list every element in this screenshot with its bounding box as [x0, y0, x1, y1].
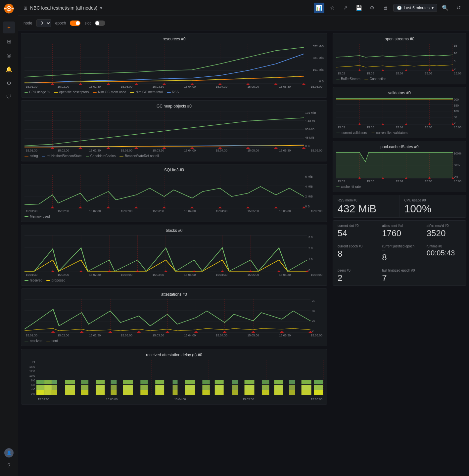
svg-marker-24	[162, 83, 166, 85]
pool-cached-title: pool.cachedStates #0	[336, 145, 463, 149]
time-range-picker[interactable]: 🕐 Last 5 minutes ▾	[393, 4, 437, 12]
svg-rect-126	[65, 380, 75, 384]
svg-rect-159	[245, 385, 255, 390]
svg-rect-140	[274, 380, 283, 384]
epoch-filter-label: epoch	[55, 21, 66, 25]
svg-rect-152	[140, 385, 148, 390]
cache-hit-dot	[336, 187, 340, 187]
refresh-icon[interactable]: ↺	[453, 3, 464, 13]
svg-rect-128	[96, 380, 105, 384]
share-icon[interactable]: ↗	[340, 3, 351, 13]
cpu-val: 100%	[404, 203, 462, 214]
cpu-label: CPU usage #0	[404, 198, 462, 202]
svg-rect-148	[81, 385, 88, 390]
svg-rect-165	[36, 390, 44, 395]
topbar: ⊞ NBC local testnet/sim (all nodes) ▾ 📊 …	[18, 0, 469, 16]
peers-card2: peers #0 2	[333, 265, 377, 285]
legend-bufferstream: BufferStream	[336, 77, 360, 81]
sidebar-item-security[interactable]: 🛡	[3, 91, 15, 103]
att-delay-title: received attestation delay (s) #0	[24, 353, 324, 357]
sqlite3-x-labels: 15:01:3015:02:0015:02:3015:03:0015:03:30…	[24, 209, 324, 213]
dashboard-view-icon[interactable]: 📊	[314, 3, 324, 13]
svg-rect-142	[302, 380, 311, 384]
node-filter-select[interactable]: 0	[36, 19, 51, 27]
candidate-dot	[86, 156, 89, 156]
open-streams-panel: open streams #0	[333, 33, 466, 84]
svg-rect-179	[232, 390, 238, 395]
string-dot	[24, 156, 28, 156]
svg-marker-28	[274, 83, 278, 85]
svg-marker-114	[80, 331, 84, 333]
zoom-out-icon[interactable]: 🔍	[440, 3, 450, 13]
svg-rect-133	[173, 380, 178, 384]
svg-marker-51	[246, 147, 250, 149]
rss-mem-card: RSS mem #0 432 MiB	[333, 195, 399, 217]
content-area: resources #0	[18, 30, 469, 476]
svg-rect-146	[52, 385, 57, 390]
main-content: ⊞ NBC local testnet/sim (all nodes) ▾ 📊 …	[18, 0, 469, 476]
je-card2: current justified epoch ... 8	[377, 241, 421, 265]
svg-rect-127	[81, 380, 88, 384]
topbar-title: ⊞ NBC local testnet/sim (all nodes) ▾	[23, 5, 314, 11]
time-range-label: Last 5 minutes	[404, 6, 430, 10]
gc-heap-legend: string ref HashedBeaconState CandidateCh…	[24, 154, 324, 158]
legend-beacon-state: BeaconStateRef not nil	[119, 154, 159, 158]
sqlite3-title: SQLite3 #0	[24, 168, 324, 172]
svg-rect-137	[232, 380, 238, 384]
svg-marker-91	[79, 270, 83, 272]
legend-rss: RSS	[167, 90, 179, 94]
svg-rect-134	[185, 380, 195, 384]
epoch-toggle[interactable]	[70, 21, 80, 26]
svg-marker-119	[223, 331, 227, 333]
svg-marker-21	[78, 83, 82, 85]
svg-marker-215	[358, 123, 361, 125]
attestations-legend: received sent	[24, 339, 324, 343]
svg-marker-98	[277, 270, 281, 272]
svg-rect-185	[314, 390, 323, 395]
dropdown-chevron-icon[interactable]: ▾	[100, 5, 102, 11]
att-sent-dot	[46, 341, 50, 341]
svg-marker-201	[382, 69, 384, 71]
svg-marker-49	[190, 147, 194, 149]
proposed-dot	[46, 280, 50, 281]
validators-title: validators #0	[336, 91, 463, 95]
svg-rect-151	[123, 385, 133, 390]
node-filter-label: node	[23, 21, 32, 25]
rt-card2: runtime #0 00:05:43	[422, 241, 466, 265]
save-icon[interactable]: 💾	[353, 3, 364, 13]
open-streams-svg	[336, 44, 453, 70]
grafana-logo-icon[interactable]	[4, 3, 14, 14]
svg-marker-74	[246, 206, 250, 208]
tv-icon[interactable]: 🖥	[380, 3, 391, 13]
right-panels: open streams #0	[330, 30, 469, 476]
svg-rect-168	[65, 390, 75, 395]
cs-card2: current slot #0 54	[333, 221, 377, 241]
legend-gc-used: Nim GC mem used	[93, 90, 126, 94]
sqlite3-svg	[24, 175, 304, 208]
svg-rect-184	[302, 390, 311, 395]
legend-ref-hashed: ref HashedBeaconState	[42, 154, 81, 158]
svg-marker-73	[218, 206, 222, 208]
sidebar-item-settings[interactable]: ⚙	[3, 77, 15, 89]
blocks-x-labels: 15:01:3015:02:0015:02:3015:03:0015:03:30…	[24, 273, 324, 277]
avatar[interactable]: 👤	[4, 448, 14, 457]
svg-rect-173	[140, 390, 148, 395]
star-icon[interactable]: ☆	[327, 3, 338, 13]
help-icon[interactable]: ?	[3, 460, 15, 472]
slot-toggle[interactable]	[95, 21, 105, 26]
sidebar-item-alerts[interactable]: 🔔	[3, 63, 15, 75]
svg-marker-67	[51, 206, 55, 208]
svg-rect-176	[185, 390, 195, 395]
svg-point-2	[8, 8, 10, 10]
sidebar-item-dashboards[interactable]: ⊞	[3, 35, 15, 47]
lfe-card2: last finalized epoch #0 7	[377, 265, 466, 285]
settings-icon[interactable]: ⚙	[367, 3, 377, 13]
att-delay-svg	[36, 360, 324, 396]
svg-marker-26	[218, 83, 222, 85]
beacon-state-dot	[119, 156, 123, 156]
sidebar-item-explore[interactable]: ◎	[3, 49, 15, 61]
svg-marker-217	[405, 123, 407, 125]
svg-rect-155	[185, 385, 195, 390]
sidebar-item-add[interactable]: ＋	[3, 22, 15, 33]
att-sent2: att'ns sent #all 1760	[377, 221, 421, 241]
